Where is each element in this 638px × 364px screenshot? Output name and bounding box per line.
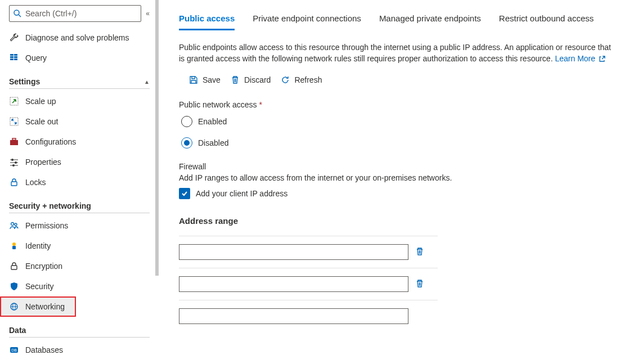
svg-point-20: [15, 223, 17, 226]
svg-rect-10: [10, 140, 18, 145]
section-settings[interactable]: Settings ▲: [9, 71, 150, 89]
address-range-input[interactable]: [179, 308, 408, 324]
sidebar-item-scale-out[interactable]: Scale out: [0, 111, 155, 132]
svg-rect-22: [12, 246, 16, 249]
learn-more-link[interactable]: Learn More: [555, 54, 605, 63]
address-range-input[interactable]: [179, 244, 408, 260]
svg-rect-7: [14, 59, 17, 60]
nav-label: Identity: [25, 241, 150, 250]
nav-label: Configurations: [25, 137, 150, 146]
sidebar-item-security[interactable]: Security: [0, 276, 155, 296]
svg-rect-6: [10, 59, 14, 60]
radio-circle: [181, 116, 192, 127]
nav-label: Properties: [25, 158, 150, 167]
nav-label: Scale up: [25, 97, 150, 106]
refresh-button[interactable]: Refresh: [281, 75, 322, 84]
identity-icon: [9, 241, 19, 251]
trash-icon: [415, 247, 424, 256]
sidebar-item-encryption[interactable]: Encryption: [0, 256, 155, 276]
globe-icon: [9, 302, 19, 312]
svg-point-21: [12, 242, 16, 246]
intro-text: Public endpoints allow access to this re…: [179, 42, 618, 64]
sidebar-item-identity[interactable]: Identity: [0, 236, 155, 256]
svg-rect-5: [14, 56, 17, 58]
save-icon: [189, 75, 198, 84]
nav-label: Security: [25, 282, 150, 291]
trash-icon: [415, 279, 424, 288]
radio-disabled[interactable]: Disabled: [181, 137, 622, 149]
nav-label: Permissions: [25, 221, 150, 230]
wrench-icon: [9, 33, 19, 43]
lock-icon: [9, 261, 19, 271]
search-box[interactable]: [9, 5, 141, 22]
address-range-row: [179, 268, 438, 300]
search-icon: [13, 9, 22, 18]
sidebar-item-scale-up[interactable]: Scale up: [0, 91, 155, 111]
svg-text:DB: DB: [11, 348, 17, 352]
sliders-icon: [9, 157, 19, 167]
address-range-input[interactable]: [179, 276, 408, 292]
nav-label: Encryption: [25, 262, 150, 271]
radio-enabled[interactable]: Enabled: [181, 116, 622, 127]
save-button[interactable]: Save: [189, 75, 221, 84]
database-icon: DB: [9, 345, 19, 355]
firewall-desc: Add IP ranges to allow access from the i…: [179, 173, 622, 182]
sidebar-item-properties[interactable]: Properties: [0, 152, 155, 172]
chevron-up-icon: ▲: [144, 79, 150, 85]
nav-label: Diagnose and solve problems: [25, 33, 150, 42]
sidebar-item-query[interactable]: Query: [0, 48, 155, 68]
tab-private-endpoint[interactable]: Private endpoint connections: [253, 9, 361, 30]
address-range-row: [179, 300, 438, 332]
firewall-title: Firewall: [179, 162, 622, 171]
briefcase-icon: [9, 137, 19, 147]
refresh-icon: [281, 75, 290, 84]
sidebar-item-locks[interactable]: Locks: [0, 172, 155, 192]
tab-public-access[interactable]: Public access: [179, 9, 235, 30]
scale-up-icon: [9, 96, 19, 106]
search-row: «: [9, 5, 150, 22]
sidebar-item-diagnose[interactable]: Diagnose and solve problems: [0, 28, 155, 48]
trash-icon: [231, 75, 240, 84]
pna-radio-group: Enabled Disabled: [181, 116, 622, 149]
shield-icon: [9, 281, 19, 291]
collapse-sidebar-icon[interactable]: «: [146, 10, 150, 17]
sidebar-item-databases[interactable]: DB Databases: [0, 340, 155, 360]
nav-label: Networking: [25, 302, 70, 311]
tab-managed-private[interactable]: Managed private endpoints: [379, 9, 481, 30]
address-range-row: [179, 236, 438, 268]
svg-point-15: [15, 161, 17, 164]
sidebar: « Diagnose and solve problems Query Sett…: [0, 0, 155, 364]
section-security-networking[interactable]: Security + networking: [9, 196, 150, 213]
scale-out-icon: [9, 116, 19, 127]
radio-circle: [181, 137, 192, 149]
svg-rect-2: [10, 54, 14, 56]
svg-point-17: [12, 164, 15, 167]
section-data[interactable]: Data: [9, 320, 150, 338]
delete-row-button[interactable]: [415, 247, 424, 258]
address-range-header: Address range: [179, 216, 622, 226]
checkbox-icon: [179, 188, 190, 199]
nav-label: Databases: [25, 345, 150, 354]
nav-label: Query: [25, 53, 150, 62]
svg-rect-18: [11, 182, 17, 186]
svg-point-19: [11, 223, 14, 226]
people-icon: [9, 221, 19, 231]
svg-point-0: [14, 10, 19, 15]
svg-point-13: [11, 159, 14, 161]
toolbar: Save Discard Refresh: [189, 75, 622, 84]
svg-rect-4: [10, 56, 14, 58]
sidebar-item-networking[interactable]: Networking: [0, 296, 76, 317]
discard-button[interactable]: Discard: [231, 75, 271, 84]
required-indicator: *: [259, 100, 262, 109]
add-client-ip-checkbox[interactable]: Add your client IP address: [179, 188, 622, 199]
sidebar-item-permissions[interactable]: Permissions: [0, 215, 155, 236]
external-link-icon: [599, 56, 605, 62]
nav-label: Scale out: [25, 117, 150, 126]
svg-rect-9: [10, 118, 18, 125]
svg-line-1: [19, 15, 21, 17]
search-input[interactable]: [24, 8, 137, 19]
sidebar-item-configurations[interactable]: Configurations: [0, 132, 155, 152]
lock-icon: [9, 177, 19, 187]
delete-row-button[interactable]: [415, 279, 424, 290]
tab-restrict-outbound[interactable]: Restrict outbound access: [499, 9, 594, 30]
